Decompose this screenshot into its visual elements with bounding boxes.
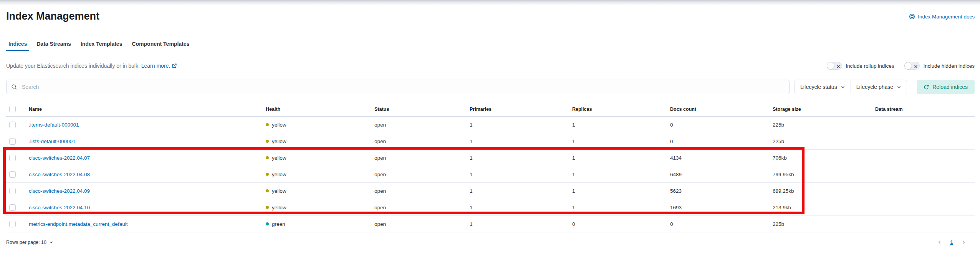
index-name-link[interactable]: metrics-endpoint.metadata_current_defaul… (29, 221, 127, 227)
lifecycle-status-filter[interactable]: Lifecycle status (795, 80, 851, 94)
status-cell: open (371, 199, 467, 216)
row-checkbox[interactable] (9, 171, 16, 178)
row-checkbox[interactable] (9, 188, 16, 194)
row-checkbox[interactable] (9, 221, 16, 227)
filter-button-group: Lifecycle status Lifecycle phase (795, 80, 907, 94)
row-checkbox[interactable] (9, 204, 16, 211)
table-row: .items-default-000001 yellow open 1 1 0 … (6, 117, 975, 133)
docs-count-cell: 0 (667, 133, 770, 150)
chevron-down-icon (49, 240, 53, 244)
column-header-health[interactable]: Health (263, 103, 371, 117)
docs-count-cell: 4134 (667, 150, 770, 166)
chevron-down-icon (841, 85, 845, 89)
health-dot-icon (266, 189, 269, 192)
primaries-cell: 1 (467, 166, 569, 183)
description-row: Update your Elasticsearch indices indivi… (6, 62, 975, 70)
health-label: green (272, 221, 285, 227)
pager: 1 (937, 239, 966, 245)
chevron-right-icon (961, 240, 966, 246)
toggle-include-rollup[interactable]: Include rollup indices (827, 62, 894, 70)
health-cell: yellow (266, 205, 368, 210)
index-name-link[interactable]: .lists-default-000001 (29, 139, 76, 144)
rollup-switch[interactable] (827, 62, 842, 70)
toggle-include-hidden[interactable]: Include hidden indices (904, 62, 975, 70)
table-row: cisco-switches-2022.04.08 yellow open 1 … (6, 166, 975, 183)
tab-component-templates[interactable]: Component Templates (129, 37, 192, 51)
status-cell: open (371, 216, 467, 232)
table-row: cisco-switches-2022.04.07 yellow open 1 … (6, 150, 975, 166)
table-row: .lists-default-000001 yellow open 1 1 0 … (6, 133, 975, 150)
primaries-cell: 1 (467, 117, 569, 133)
storage-size-cell: 225b (770, 133, 872, 150)
description-text: Update your Elasticsearch indices indivi… (6, 63, 177, 69)
next-page-button[interactable] (961, 240, 966, 245)
search-icon (11, 84, 17, 92)
health-dot-icon (266, 156, 269, 159)
help-icon (909, 13, 915, 20)
storage-size-cell: 225b (770, 216, 872, 232)
search-input[interactable] (6, 80, 790, 94)
index-name-link[interactable]: cisco-switches-2022.04.08 (29, 172, 90, 177)
primaries-cell: 1 (467, 133, 569, 150)
index-name-link[interactable]: cisco-switches-2022.04.07 (29, 155, 90, 161)
row-checkbox[interactable] (9, 122, 16, 128)
column-header-status[interactable]: Status (371, 103, 467, 117)
hidden-switch[interactable] (904, 62, 920, 70)
row-checkbox[interactable] (9, 138, 16, 145)
column-header-replicas[interactable]: Replicas (569, 103, 667, 117)
external-link-icon (172, 63, 177, 69)
status-cell: open (371, 150, 467, 166)
health-label: yellow (272, 205, 286, 210)
toggle-label: Include rollup indices (846, 63, 894, 69)
previous-page-button[interactable] (937, 240, 942, 245)
table-row: cisco-switches-2022.04.10 yellow open 1 … (6, 199, 975, 216)
row-checkbox[interactable] (9, 155, 16, 161)
docs-link-label: Index Management docs (918, 14, 975, 20)
storage-size-cell: 213.9kb (770, 199, 872, 216)
cross-icon (914, 64, 918, 70)
tab-indices[interactable]: Indices (6, 37, 29, 51)
reload-indices-button[interactable]: Reload indices (917, 80, 975, 94)
storage-size-cell: 689.25kb (770, 183, 872, 199)
status-cell: open (371, 117, 467, 133)
toggle-label: Include hidden indices (923, 63, 975, 69)
lifecycle-phase-filter[interactable]: Lifecycle phase (851, 80, 907, 94)
page-number-1[interactable]: 1 (950, 239, 953, 245)
health-cell: yellow (266, 188, 368, 194)
learn-more-link[interactable]: Learn more. (141, 63, 177, 69)
column-header-docs-count[interactable]: Docs count (667, 103, 770, 117)
health-label: yellow (272, 155, 286, 161)
health-cell: yellow (266, 122, 368, 128)
table-row: cisco-switches-2022.04.09 yellow open 1 … (6, 183, 975, 199)
tab-data-streams[interactable]: Data Streams (34, 37, 73, 51)
rows-per-page-control[interactable]: Rows per page: 10 (6, 240, 53, 245)
primaries-cell: 1 (467, 150, 569, 166)
table-header-row: Name Health Status Primaries Replicas Do… (6, 103, 975, 117)
docs-link[interactable]: Index Management docs (909, 13, 975, 20)
index-name-link[interactable]: cisco-switches-2022.04.10 (29, 205, 90, 210)
index-name-link[interactable]: .items-default-000001 (29, 122, 79, 128)
data-stream-cell (872, 117, 975, 133)
tab-index-templates[interactable]: Index Templates (78, 37, 125, 51)
column-header-name[interactable]: Name (26, 103, 263, 117)
health-cell: green (266, 221, 368, 227)
replicas-cell: 1 (569, 199, 667, 216)
docs-count-cell: 1693 (667, 199, 770, 216)
column-header-data-stream[interactable]: Data stream (872, 103, 975, 117)
index-table-body: .items-default-000001 yellow open 1 1 0 … (6, 117, 975, 232)
health-dot-icon (266, 222, 269, 225)
column-header-storage-size[interactable]: Storage size (770, 103, 872, 117)
data-stream-cell (872, 133, 975, 150)
chevron-down-icon (897, 85, 901, 89)
select-all-checkbox[interactable] (9, 106, 16, 112)
replicas-cell: 1 (569, 133, 667, 150)
cross-icon (836, 64, 840, 70)
page-header: Index Management Index Management docs (6, 10, 975, 22)
primaries-cell: 1 (467, 199, 569, 216)
data-stream-cell (872, 166, 975, 183)
column-header-primaries[interactable]: Primaries (467, 103, 569, 117)
docs-count-cell: 0 (667, 117, 770, 133)
index-name-link[interactable]: cisco-switches-2022.04.09 (29, 188, 90, 194)
status-cell: open (371, 133, 467, 150)
replicas-cell: 1 (569, 166, 667, 183)
